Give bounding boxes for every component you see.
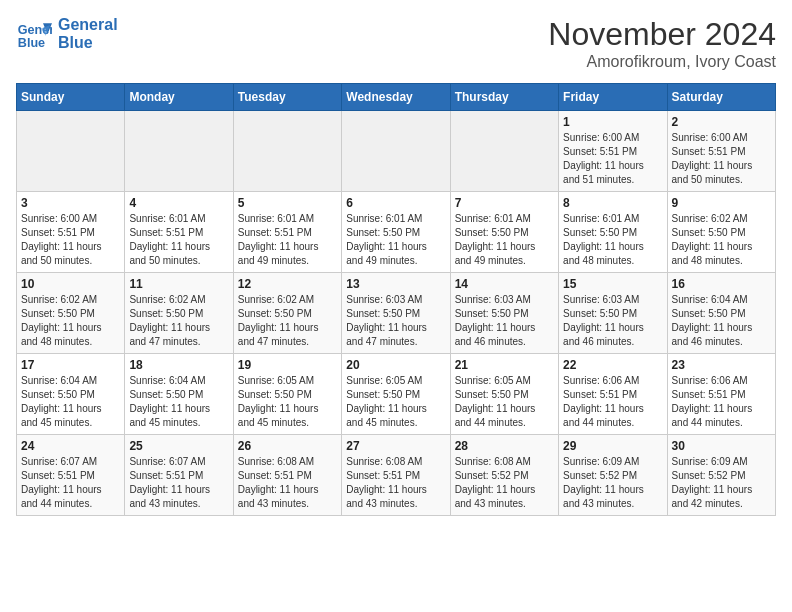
- title-section: November 2024 Amorofikroum, Ivory Coast: [548, 16, 776, 71]
- day-number: 9: [672, 196, 771, 210]
- day-number: 20: [346, 358, 445, 372]
- day-info: Sunrise: 6:01 AM Sunset: 5:51 PM Dayligh…: [238, 212, 337, 268]
- day-info: Sunrise: 6:00 AM Sunset: 5:51 PM Dayligh…: [563, 131, 662, 187]
- calendar-cell: [17, 111, 125, 192]
- weekday-header: Wednesday: [342, 84, 450, 111]
- calendar-cell: 2Sunrise: 6:00 AM Sunset: 5:51 PM Daylig…: [667, 111, 775, 192]
- day-info: Sunrise: 6:01 AM Sunset: 5:50 PM Dayligh…: [563, 212, 662, 268]
- calendar-cell: [450, 111, 558, 192]
- calendar-cell: 12Sunrise: 6:02 AM Sunset: 5:50 PM Dayli…: [233, 273, 341, 354]
- day-info: Sunrise: 6:05 AM Sunset: 5:50 PM Dayligh…: [238, 374, 337, 430]
- calendar-cell: 13Sunrise: 6:03 AM Sunset: 5:50 PM Dayli…: [342, 273, 450, 354]
- day-info: Sunrise: 6:02 AM Sunset: 5:50 PM Dayligh…: [21, 293, 120, 349]
- day-info: Sunrise: 6:06 AM Sunset: 5:51 PM Dayligh…: [672, 374, 771, 430]
- day-info: Sunrise: 6:07 AM Sunset: 5:51 PM Dayligh…: [21, 455, 120, 511]
- day-info: Sunrise: 6:01 AM Sunset: 5:50 PM Dayligh…: [346, 212, 445, 268]
- day-number: 5: [238, 196, 337, 210]
- day-number: 22: [563, 358, 662, 372]
- day-number: 8: [563, 196, 662, 210]
- calendar-cell: 30Sunrise: 6:09 AM Sunset: 5:52 PM Dayli…: [667, 435, 775, 516]
- calendar-cell: 17Sunrise: 6:04 AM Sunset: 5:50 PM Dayli…: [17, 354, 125, 435]
- weekday-header: Monday: [125, 84, 233, 111]
- day-info: Sunrise: 6:02 AM Sunset: 5:50 PM Dayligh…: [238, 293, 337, 349]
- day-number: 24: [21, 439, 120, 453]
- calendar-week-row: 1Sunrise: 6:00 AM Sunset: 5:51 PM Daylig…: [17, 111, 776, 192]
- day-info: Sunrise: 6:00 AM Sunset: 5:51 PM Dayligh…: [21, 212, 120, 268]
- day-info: Sunrise: 6:00 AM Sunset: 5:51 PM Dayligh…: [672, 131, 771, 187]
- weekday-header: Friday: [559, 84, 667, 111]
- day-number: 2: [672, 115, 771, 129]
- day-info: Sunrise: 6:05 AM Sunset: 5:50 PM Dayligh…: [346, 374, 445, 430]
- day-number: 6: [346, 196, 445, 210]
- day-number: 21: [455, 358, 554, 372]
- day-number: 11: [129, 277, 228, 291]
- calendar-cell: 18Sunrise: 6:04 AM Sunset: 5:50 PM Dayli…: [125, 354, 233, 435]
- day-info: Sunrise: 6:02 AM Sunset: 5:50 PM Dayligh…: [672, 212, 771, 268]
- weekday-header: Tuesday: [233, 84, 341, 111]
- day-number: 14: [455, 277, 554, 291]
- day-number: 10: [21, 277, 120, 291]
- calendar-cell: 21Sunrise: 6:05 AM Sunset: 5:50 PM Dayli…: [450, 354, 558, 435]
- calendar-cell: 24Sunrise: 6:07 AM Sunset: 5:51 PM Dayli…: [17, 435, 125, 516]
- day-number: 7: [455, 196, 554, 210]
- calendar-cell: 25Sunrise: 6:07 AM Sunset: 5:51 PM Dayli…: [125, 435, 233, 516]
- day-info: Sunrise: 6:01 AM Sunset: 5:51 PM Dayligh…: [129, 212, 228, 268]
- day-info: Sunrise: 6:01 AM Sunset: 5:50 PM Dayligh…: [455, 212, 554, 268]
- day-number: 3: [21, 196, 120, 210]
- calendar-cell: [125, 111, 233, 192]
- page-subtitle: Amorofikroum, Ivory Coast: [548, 53, 776, 71]
- day-number: 28: [455, 439, 554, 453]
- day-info: Sunrise: 6:06 AM Sunset: 5:51 PM Dayligh…: [563, 374, 662, 430]
- page-title: November 2024: [548, 16, 776, 53]
- weekday-header: Sunday: [17, 84, 125, 111]
- day-info: Sunrise: 6:04 AM Sunset: 5:50 PM Dayligh…: [21, 374, 120, 430]
- day-info: Sunrise: 6:08 AM Sunset: 5:51 PM Dayligh…: [346, 455, 445, 511]
- day-number: 4: [129, 196, 228, 210]
- day-info: Sunrise: 6:09 AM Sunset: 5:52 PM Dayligh…: [672, 455, 771, 511]
- day-number: 16: [672, 277, 771, 291]
- calendar-table: SundayMondayTuesdayWednesdayThursdayFrid…: [16, 83, 776, 516]
- calendar-cell: 26Sunrise: 6:08 AM Sunset: 5:51 PM Dayli…: [233, 435, 341, 516]
- calendar-cell: 7Sunrise: 6:01 AM Sunset: 5:50 PM Daylig…: [450, 192, 558, 273]
- calendar-cell: 9Sunrise: 6:02 AM Sunset: 5:50 PM Daylig…: [667, 192, 775, 273]
- calendar-cell: 20Sunrise: 6:05 AM Sunset: 5:50 PM Dayli…: [342, 354, 450, 435]
- day-number: 18: [129, 358, 228, 372]
- logo-icon: General Blue: [16, 16, 52, 52]
- day-number: 23: [672, 358, 771, 372]
- calendar-cell: 28Sunrise: 6:08 AM Sunset: 5:52 PM Dayli…: [450, 435, 558, 516]
- calendar-week-row: 24Sunrise: 6:07 AM Sunset: 5:51 PM Dayli…: [17, 435, 776, 516]
- day-info: Sunrise: 6:03 AM Sunset: 5:50 PM Dayligh…: [346, 293, 445, 349]
- day-number: 25: [129, 439, 228, 453]
- calendar-week-row: 17Sunrise: 6:04 AM Sunset: 5:50 PM Dayli…: [17, 354, 776, 435]
- calendar-cell: 4Sunrise: 6:01 AM Sunset: 5:51 PM Daylig…: [125, 192, 233, 273]
- day-number: 29: [563, 439, 662, 453]
- calendar-cell: 27Sunrise: 6:08 AM Sunset: 5:51 PM Dayli…: [342, 435, 450, 516]
- day-number: 12: [238, 277, 337, 291]
- day-number: 13: [346, 277, 445, 291]
- day-number: 19: [238, 358, 337, 372]
- calendar-cell: 22Sunrise: 6:06 AM Sunset: 5:51 PM Dayli…: [559, 354, 667, 435]
- day-number: 15: [563, 277, 662, 291]
- day-number: 30: [672, 439, 771, 453]
- day-info: Sunrise: 6:09 AM Sunset: 5:52 PM Dayligh…: [563, 455, 662, 511]
- calendar-cell: 6Sunrise: 6:01 AM Sunset: 5:50 PM Daylig…: [342, 192, 450, 273]
- day-info: Sunrise: 6:08 AM Sunset: 5:51 PM Dayligh…: [238, 455, 337, 511]
- calendar-cell: 1Sunrise: 6:00 AM Sunset: 5:51 PM Daylig…: [559, 111, 667, 192]
- calendar-cell: 23Sunrise: 6:06 AM Sunset: 5:51 PM Dayli…: [667, 354, 775, 435]
- day-info: Sunrise: 6:03 AM Sunset: 5:50 PM Dayligh…: [455, 293, 554, 349]
- day-info: Sunrise: 6:03 AM Sunset: 5:50 PM Dayligh…: [563, 293, 662, 349]
- calendar-header-row: SundayMondayTuesdayWednesdayThursdayFrid…: [17, 84, 776, 111]
- calendar-cell: [342, 111, 450, 192]
- day-number: 17: [21, 358, 120, 372]
- svg-text:Blue: Blue: [18, 36, 45, 50]
- calendar-week-row: 10Sunrise: 6:02 AM Sunset: 5:50 PM Dayli…: [17, 273, 776, 354]
- calendar-cell: 11Sunrise: 6:02 AM Sunset: 5:50 PM Dayli…: [125, 273, 233, 354]
- day-info: Sunrise: 6:08 AM Sunset: 5:52 PM Dayligh…: [455, 455, 554, 511]
- calendar-cell: 16Sunrise: 6:04 AM Sunset: 5:50 PM Dayli…: [667, 273, 775, 354]
- weekday-header: Thursday: [450, 84, 558, 111]
- calendar-cell: 29Sunrise: 6:09 AM Sunset: 5:52 PM Dayli…: [559, 435, 667, 516]
- calendar-cell: 3Sunrise: 6:00 AM Sunset: 5:51 PM Daylig…: [17, 192, 125, 273]
- day-info: Sunrise: 6:04 AM Sunset: 5:50 PM Dayligh…: [129, 374, 228, 430]
- weekday-header: Saturday: [667, 84, 775, 111]
- calendar-cell: 5Sunrise: 6:01 AM Sunset: 5:51 PM Daylig…: [233, 192, 341, 273]
